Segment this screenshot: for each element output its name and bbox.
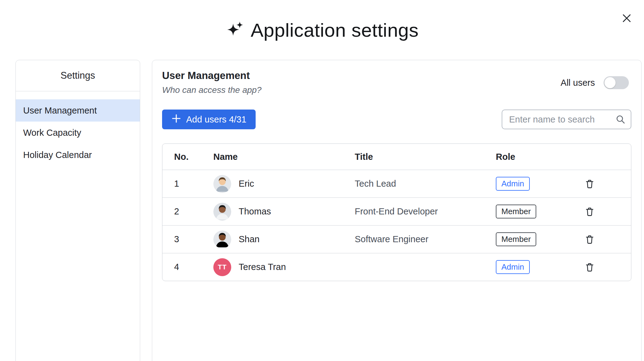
search-input[interactable] — [502, 110, 631, 129]
table-row: 4 TT Teresa Tran Admin — [162, 253, 631, 281]
plus-icon — [171, 114, 181, 126]
sidebar-item-label: Work Capacity — [23, 128, 81, 138]
table-row: 1 Eric Tech Lead Admin — [162, 170, 631, 197]
table-header-row: No. Name Title Role — [162, 144, 631, 170]
user-name: Eric — [239, 179, 254, 189]
sidebar-item-work-capacity[interactable]: Work Capacity — [16, 122, 140, 144]
row-number: 1 — [162, 179, 204, 189]
row-number: 2 — [162, 206, 204, 217]
delete-user-button[interactable] — [584, 262, 595, 272]
trash-icon — [584, 185, 595, 190]
table-row: 3 Shan Software Engineer Member — [162, 225, 631, 253]
column-header-title: Title — [346, 152, 487, 162]
trash-icon — [584, 241, 595, 246]
avatar: TT — [213, 258, 231, 276]
settings-sidebar: Settings User Management Work Capacity H… — [15, 60, 140, 361]
column-header-name: Name — [204, 152, 346, 162]
all-users-label: All users — [561, 78, 595, 88]
user-name: Shan — [239, 234, 260, 244]
sidebar-item-holiday-calendar[interactable]: Holiday Calendar — [16, 144, 140, 166]
sparkles-icon — [225, 20, 245, 40]
search-box — [502, 110, 631, 129]
add-users-button[interactable]: Add users 4/31 — [162, 110, 256, 129]
page-title: Application settings — [251, 19, 419, 41]
user-name: Teresa Tran — [239, 262, 286, 272]
sidebar-title: Settings — [61, 70, 95, 81]
all-users-toggle-group: All users — [561, 76, 629, 89]
user-title: Tech Lead — [346, 179, 487, 189]
role-badge[interactable]: Admin — [496, 260, 530, 274]
role-badge[interactable]: Member — [496, 205, 536, 218]
controls-row: Add users 4/31 — [162, 110, 631, 129]
table-row: 2 Thomas Front-End Developer Member — [162, 197, 631, 225]
delete-user-button[interactable] — [584, 234, 595, 245]
add-users-button-label: Add users 4/31 — [186, 114, 246, 125]
user-management-panel: User Management Who can access the app? … — [152, 60, 642, 361]
sidebar-item-user-management[interactable]: User Management — [16, 99, 140, 122]
avatar — [213, 230, 231, 248]
sidebar-item-label: Holiday Calendar — [23, 150, 92, 160]
user-name: Thomas — [239, 206, 271, 217]
trash-icon — [584, 269, 595, 273]
delete-user-button[interactable] — [584, 179, 595, 189]
avatar — [213, 203, 231, 221]
sidebar-nav: User Management Work Capacity Holiday Ca… — [16, 99, 140, 166]
column-header-role: Role — [487, 152, 584, 162]
trash-icon — [584, 213, 595, 218]
role-badge[interactable]: Member — [496, 232, 536, 246]
user-title: Software Engineer — [346, 234, 487, 244]
toggle-knob — [604, 77, 616, 88]
column-header-no: No. — [162, 152, 204, 162]
sidebar-header: Settings — [16, 60, 140, 91]
avatar-initials: TT — [213, 258, 231, 276]
role-badge[interactable]: Admin — [496, 177, 530, 191]
users-table: No. Name Title Role 1 Eric — [162, 143, 631, 281]
avatar — [213, 175, 231, 193]
sidebar-item-label: User Management — [23, 106, 97, 116]
row-number: 3 — [162, 234, 204, 244]
window-title-bar: Application settings — [0, 19, 644, 41]
user-title: Front-End Developer — [346, 206, 487, 217]
all-users-toggle[interactable] — [604, 76, 629, 89]
delete-user-button[interactable] — [584, 206, 595, 217]
row-number: 4 — [162, 262, 204, 272]
